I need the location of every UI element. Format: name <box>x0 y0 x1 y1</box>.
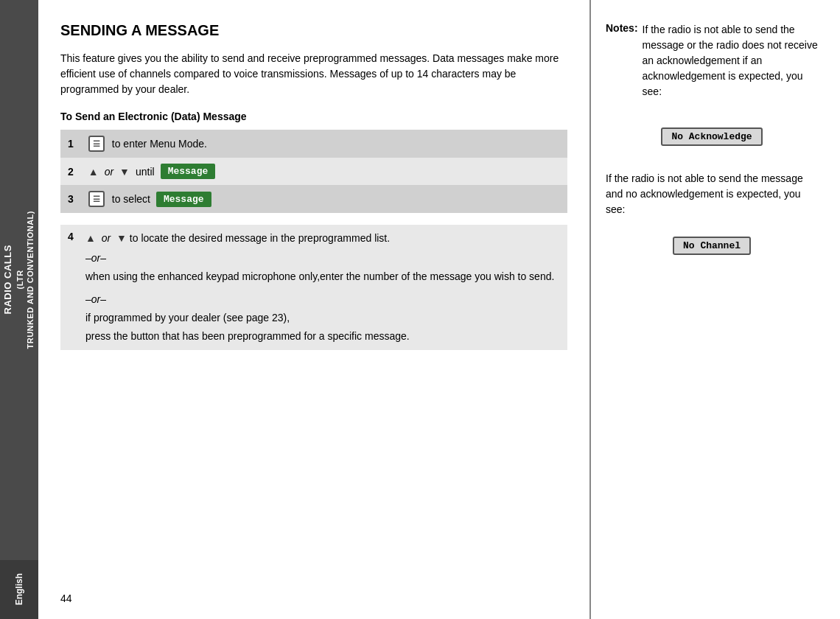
step-4-text4: press the button that has been preprogra… <box>85 329 554 344</box>
sidebar-language: English <box>14 573 24 605</box>
right-column: Notes: If the radio is not able to send … <box>589 0 840 619</box>
section-heading: To Send an Electronic (Data) Message <box>60 111 567 122</box>
step-2-until: until <box>136 166 155 178</box>
step-num-3: 3 <box>60 185 81 213</box>
message-badge-3: Message <box>156 192 211 207</box>
sidebar-ltr: (LTR <box>15 270 24 290</box>
step-4-or1-text: –or– <box>85 252 106 264</box>
step-4-or2: –or– <box>85 292 554 307</box>
step-num-2: 2 <box>60 158 81 185</box>
notes-first-block: Notes: If the radio is not able to send … <box>606 22 818 111</box>
step-2-or: or <box>105 166 113 178</box>
step-4-text3: if programmed by your dealer (see page 2… <box>85 310 554 326</box>
notes-label: Notes: <box>606 22 638 111</box>
step-2-content: ▲ or ▼ until Message <box>81 158 567 185</box>
no-acknowledge-display: No Acknowledge <box>661 127 762 146</box>
notes-note1-text: If the radio is not able to send the mes… <box>643 22 818 99</box>
sidebar: RADIO CALLS (LTR TRUNKED AND CONVENTIONA… <box>0 0 38 619</box>
step-row-2: 2 ▲ or ▼ until Message <box>60 158 567 185</box>
menu-icon-1: ☰ <box>88 136 105 152</box>
message-badge-2: Message <box>161 164 216 179</box>
sidebar-bottom: English <box>0 560 38 619</box>
down-arrow-icon: ▼ <box>119 166 130 178</box>
menu-icon-3: ☰ <box>88 191 105 207</box>
display2-container: No Channel <box>606 229 818 267</box>
up-arrow-icon: ▲ <box>88 166 99 178</box>
step-4-or-text: or <box>102 232 113 244</box>
step-num-4: 4 <box>68 231 85 242</box>
main-content: SENDING A MESSAGE This feature gives you… <box>38 0 840 619</box>
up-arrow-icon-4: ▲ <box>85 232 96 244</box>
step-3-content: ☰ to select Message <box>81 185 567 213</box>
step-num-1: 1 <box>60 130 81 158</box>
step-4-or1: –or– <box>85 251 554 266</box>
notes-second-block: If the radio is not able to send the mes… <box>606 171 818 217</box>
step-4-or2-text: –or– <box>85 293 106 305</box>
step-1-content: ☰ to enter Menu Mode. <box>81 130 567 158</box>
step-row-3: 3 ☰ to select Message <box>60 185 567 213</box>
step-row-1: 1 ☰ to enter Menu Mode. <box>60 130 567 158</box>
sidebar-title-container: RADIO CALLS (LTR TRUNKED AND CONVENTIONA… <box>2 0 35 560</box>
sidebar-title: RADIO CALLS (LTR TRUNKED AND CONVENTIONA… <box>2 211 35 349</box>
notes-note2-text: If the radio is not able to send the mes… <box>606 171 818 217</box>
page-number: 44 <box>60 581 567 604</box>
page-title: SENDING A MESSAGE <box>60 22 567 39</box>
step-row-4: 4 ▲ or ▼ to locate the desired message i… <box>60 225 567 350</box>
step-1-text: to enter Menu Mode. <box>112 138 207 150</box>
down-arrow-icon-4: ▼ <box>116 232 127 244</box>
left-column: SENDING A MESSAGE This feature gives you… <box>38 0 589 619</box>
sidebar-trunked: TRUNKED AND CONVENTIONAL) <box>26 211 35 349</box>
step-4-text2: when using the enhanced keypad microphon… <box>85 269 554 284</box>
no-channel-display: No Channel <box>673 237 751 255</box>
step-4-content: ▲ or ▼ to locate the desired message in … <box>85 231 554 344</box>
steps-table: 1 ☰ to enter Menu Mode. 2 ▲ or <box>60 130 567 213</box>
sidebar-radio-calls: RADIO CALLS <box>2 245 13 315</box>
display1-container: No Acknowledge <box>606 120 818 158</box>
step-3-text: to select <box>112 193 150 205</box>
intro-text: This feature gives you the ability to se… <box>60 51 567 97</box>
step-4-text1: to locate the desired message in the pre… <box>130 232 390 244</box>
